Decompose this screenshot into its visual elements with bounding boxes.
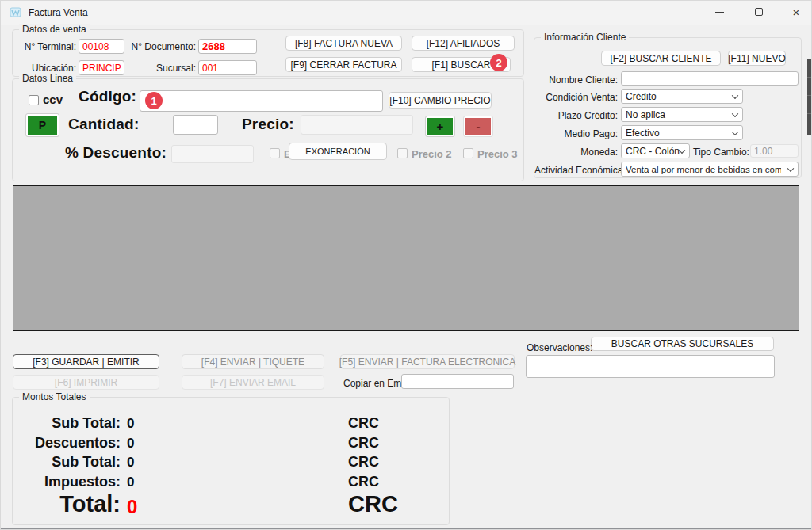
impuestos-label: Impuestos: [13, 474, 121, 490]
group-montos-totales-legend: Montos Totales [19, 391, 90, 403]
precio-label: Precio: [242, 116, 294, 133]
plazo-credito-select[interactable]: No aplica [621, 107, 743, 122]
subtotal1-value: 0 [127, 416, 134, 432]
ubicacion-label: Ubicación: [16, 63, 76, 74]
subtotal1-currency: CRC [348, 415, 379, 432]
cantidad-label: Cantidad: [68, 116, 139, 133]
medio-pago-label: Medio Pago: [536, 128, 618, 139]
tipo-cambio-label: Tipo Cambio: [693, 147, 747, 158]
documento-label: N° Documento: [130, 41, 196, 52]
medio-pago-select[interactable]: Efectivo [621, 125, 743, 140]
minus-button[interactable]: - [464, 116, 492, 136]
background-app-strip [807, 59, 812, 135]
close-button[interactable]: × [779, 1, 812, 23]
window-title: Factura Venta [29, 7, 88, 18]
nombre-cliente-field[interactable] [621, 71, 799, 86]
impuestos-value: 0 [127, 475, 134, 490]
actividad-economica-value: Venta al por menor de bebidas en comerci… [626, 165, 781, 174]
enviar-factura-electronica-button[interactable]: [F5] ENVIAR | FACTURA ELECTRONICA [340, 354, 515, 369]
precio2-label: Precio 2 [412, 148, 452, 160]
condicion-venta-label: Condición Venta: [536, 92, 618, 103]
cantidad-field[interactable] [173, 115, 218, 135]
chevron-down-icon [732, 110, 738, 116]
subtotal2-currency: CRC [348, 454, 379, 471]
afiliados-button[interactable]: [F12] AFILIADOS [412, 36, 515, 51]
documento-field[interactable] [198, 39, 257, 54]
factura-nueva-button[interactable]: [F8] FACTURA NUEVA [285, 36, 402, 51]
actividad-economica-label: Actividad Económica: [534, 165, 618, 176]
ccv-label: ccv [43, 93, 63, 106]
app-icon [10, 6, 21, 21]
moneda-value: CRC - Colón [626, 146, 680, 157]
plazo-credito-label: Plazo Crédito: [536, 110, 618, 121]
p-button[interactable]: P [26, 114, 59, 136]
descuento-field [171, 145, 254, 163]
actividad-economica-select[interactable]: Venta al por menor de bebidas en comerci… [621, 162, 799, 177]
sucursal-label: Sucursal: [130, 63, 196, 74]
precio3-label: Precio 3 [477, 148, 518, 160]
total-currency: CRC [348, 491, 398, 517]
maximize-icon [755, 8, 763, 16]
enviar-tiquete-button[interactable]: [F4] ENVIAR | TIQUETE [182, 354, 324, 369]
terminal-label: N° Terminal: [16, 41, 76, 52]
descuento-label: % Descuento: [29, 144, 167, 162]
line-items-grid[interactable] [13, 185, 799, 331]
guardar-emitir-button[interactable]: [F3] GUARDAR | EMITIR [13, 354, 159, 369]
plus-button[interactable]: + [426, 116, 454, 136]
cambio-precio-button[interactable]: [F10] CAMBIO PRECIO [389, 92, 492, 109]
observaciones-label: Observaciones: [527, 342, 592, 353]
annotation-mark-2: 2 [490, 54, 508, 71]
precio3-checkbox[interactable] [463, 148, 473, 158]
medio-pago-value: Efectivo [626, 128, 660, 139]
exento-checkbox[interactable] [270, 148, 280, 158]
chevron-down-icon [787, 165, 794, 171]
close-icon: × [793, 6, 800, 18]
chevron-down-icon [732, 92, 738, 98]
codigo-label: Código: [79, 88, 136, 105]
minimize-icon [715, 12, 724, 13]
condicion-venta-select[interactable]: Crédito [621, 89, 743, 104]
subtotal2-value: 0 [127, 455, 134, 471]
group-datos-de-venta-legend: Datos de venta [19, 24, 90, 36]
buscar-cliente-button[interactable]: [F2] BUSCAR CLIENTE [601, 51, 721, 66]
subtotal1-label: Sub Total: [13, 415, 121, 432]
maximize-button[interactable] [742, 1, 776, 23]
codigo-field[interactable] [140, 90, 383, 112]
precio-field [301, 115, 413, 135]
plazo-credito-value: No aplica [626, 109, 665, 120]
moneda-select[interactable]: CRC - Colón [621, 143, 690, 158]
total-value: 0 [127, 496, 137, 518]
group-datos-linea: Datos Linea ccv Código: [F10] CAMBIO PRE… [12, 78, 524, 181]
sucursal-field[interactable] [198, 60, 257, 75]
group-datos-de-venta: Datos de venta N° Terminal: Ubicación: N… [12, 29, 524, 77]
descuentos-label: Descuentos: [13, 435, 121, 452]
impuestos-currency: CRC [348, 474, 379, 490]
observaciones-field[interactable] [526, 355, 775, 378]
imprimir-button: [F6] IMPRIMIR [13, 375, 159, 390]
group-informacion-cliente: Información Cliente [F2] BUSCAR CLIENTE … [534, 37, 802, 178]
nuevo-cliente-button[interactable]: [F11] NUEVO [728, 51, 786, 66]
condicion-venta-value: Crédito [626, 91, 657, 102]
group-datos-linea-legend: Datos Linea [19, 73, 76, 85]
app-window: Factura Venta × Datos de venta N° Termin… [0, 0, 812, 530]
descuentos-currency: CRC [348, 435, 379, 452]
chevron-down-icon [732, 128, 738, 135]
copiar-email-field[interactable] [401, 374, 514, 389]
precio2-checkbox[interactable] [397, 148, 408, 158]
minimize-button[interactable] [703, 1, 736, 23]
buscar-otras-sucursales-button[interactable]: BUSCAR OTRAS SUCURSALES [591, 337, 774, 351]
tipo-cambio-field [750, 144, 799, 158]
group-informacion-cliente-legend: Información Cliente [541, 32, 629, 44]
ubicacion-field[interactable] [79, 60, 124, 75]
chevron-down-icon [679, 147, 685, 153]
ccv-checkbox[interactable] [29, 95, 39, 105]
title-bar: Factura Venta × [1, 1, 812, 25]
cerrar-factura-button[interactable]: [F9] CERRAR FACTURA [285, 57, 402, 72]
terminal-field[interactable] [79, 39, 124, 54]
nombre-cliente-label: Nombre Cliente: [536, 74, 618, 86]
group-montos-totales: Montos Totales Sub Total: 0 CRC Descuent… [12, 397, 450, 525]
moneda-label: Moneda: [558, 147, 618, 158]
exoneracion-button[interactable]: EXONERACIÓN [289, 143, 387, 160]
enviar-email-button: [F7] ENVIAR EMAIL [182, 375, 324, 390]
subtotal2-label: Sub Total: [13, 454, 121, 471]
